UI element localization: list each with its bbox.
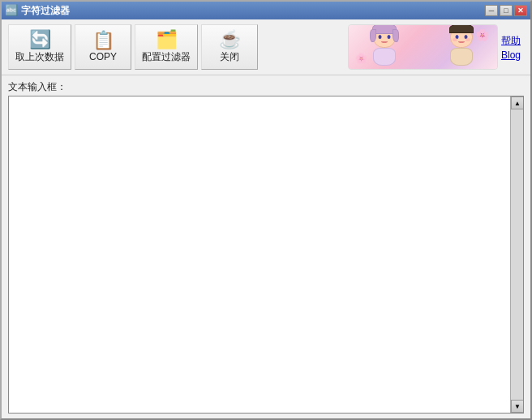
prev-data-label: 取上次数据	[15, 50, 64, 64]
toolbar-right: 🌸 🌸	[348, 24, 524, 70]
config-filter-icon: 🗂️	[156, 31, 178, 49]
close-button[interactable]: ☕ 关闭	[201, 24, 258, 70]
close-label: 关闭	[220, 50, 239, 64]
prev-data-icon: 🔄	[29, 31, 51, 49]
title-bar-left: 🔤 字符过滤器	[5, 4, 70, 18]
title-bar: 🔤 字符过滤器 ─ □ ✕	[2, 2, 530, 19]
config-filter-button[interactable]: 🗂️ 配置过滤器	[135, 24, 198, 70]
copy-icon: 📋	[92, 32, 114, 49]
copy-label: COPY	[89, 51, 117, 62]
title-controls: ─ □ ✕	[485, 5, 527, 16]
blog-link[interactable]: Blog	[501, 49, 521, 61]
character-right	[440, 25, 483, 67]
scroll-down-button[interactable]: ▼	[511, 400, 524, 413]
help-area: 帮助 Blog	[498, 32, 524, 62]
text-input[interactable]	[9, 96, 523, 413]
window-title: 字符过滤器	[21, 4, 70, 18]
scroll-track[interactable]	[511, 109, 523, 400]
scroll-up-button[interactable]: ▲	[511, 96, 524, 109]
content-area: 文本输入框： ▲ ▼	[2, 75, 530, 418]
config-filter-label: 配置过滤器	[142, 50, 191, 64]
prev-data-button[interactable]: 🔄 取上次数据	[8, 24, 71, 70]
toolbar: 🔄 取上次数据 📋 COPY 🗂️ 配置过滤器 ☕ 关闭 🌸 🌸	[2, 19, 530, 75]
text-area-wrapper: ▲ ▼	[8, 96, 524, 414]
character-left	[363, 25, 405, 67]
app-icon: 🔤	[5, 4, 18, 17]
minimize-button[interactable]: ─	[485, 5, 498, 16]
close-title-button[interactable]: ✕	[514, 5, 527, 16]
banner: 🌸 🌸	[348, 24, 498, 70]
text-input-label: 文本输入框：	[8, 80, 524, 94]
close-icon: ☕	[219, 31, 241, 49]
scroll-up-arrow: ▲	[514, 100, 521, 107]
copy-button[interactable]: 📋 COPY	[75, 24, 131, 70]
vertical-scrollbar[interactable]: ▲ ▼	[510, 96, 523, 413]
help-link[interactable]: 帮助	[501, 34, 521, 48]
main-window: 🔤 字符过滤器 ─ □ ✕ 🔄 取上次数据 📋 COPY 🗂️ 配置过滤器	[0, 0, 532, 420]
maximize-button[interactable]: □	[500, 5, 513, 16]
scroll-down-arrow: ▼	[514, 403, 521, 410]
